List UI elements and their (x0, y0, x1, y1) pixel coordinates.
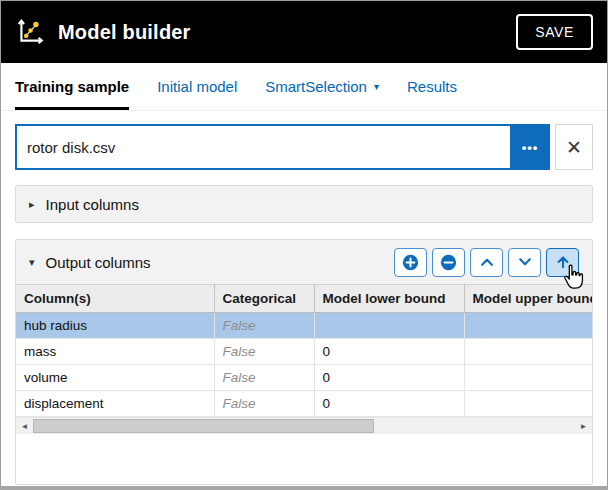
ellipsis-icon: ••• (522, 140, 539, 155)
cell-column-name[interactable]: volume (16, 365, 214, 391)
model-builder-window: Model builder SAVE Training sample Initi… (0, 0, 608, 490)
dropdown-caret-icon[interactable]: ▾ (374, 81, 379, 92)
cell-categorical[interactable]: False (214, 391, 314, 417)
scroll-right-icon[interactable]: ► (575, 418, 592, 434)
tab-bar: Training sample Initial model SmartSelec… (1, 63, 607, 111)
save-button[interactable]: SAVE (516, 14, 593, 50)
cell-categorical[interactable]: False (214, 313, 314, 339)
plus-icon (402, 254, 419, 271)
cell-upper-bound[interactable] (464, 339, 592, 365)
output-columns-label: Output columns (46, 254, 151, 271)
minus-icon (440, 254, 457, 271)
column-header-categorical: Categorical (214, 285, 314, 313)
tab-smartselection-label: SmartSelection (265, 78, 367, 95)
cell-upper-bound[interactable] (464, 313, 592, 339)
tab-initial-model[interactable]: Initial model (157, 63, 237, 110)
tab-training-sample[interactable]: Training sample (15, 63, 129, 110)
titlebar: Model builder SAVE (1, 1, 607, 63)
cell-upper-bound[interactable] (464, 391, 592, 417)
collapsed-arrow-icon: ▸ (29, 198, 35, 211)
scroll-left-icon[interactable]: ◄ (16, 418, 33, 434)
output-columns-table: Column(s) Categorical Model lower bound … (16, 284, 592, 417)
move-to-top-button[interactable] (546, 248, 579, 277)
table-row[interactable]: hub radius False (16, 313, 592, 339)
output-columns-toolbar (394, 248, 579, 277)
output-columns-panel: ▾ Output columns (15, 239, 593, 485)
tab-results[interactable]: Results (407, 63, 457, 110)
column-header-lower-bound: Model lower bound (314, 285, 464, 313)
close-icon: ✕ (566, 137, 582, 158)
cell-categorical[interactable]: False (214, 339, 314, 365)
clear-file-button[interactable]: ✕ (555, 124, 593, 170)
tab-smartselection[interactable]: SmartSelection ▾ (265, 63, 379, 110)
app-logo-icon (15, 17, 45, 47)
input-columns-label: Input columns (46, 196, 139, 213)
app-title: Model builder (58, 21, 191, 44)
table-header-row: Column(s) Categorical Model lower bound … (16, 285, 592, 313)
horizontal-scrollbar[interactable]: ◄ ► (16, 417, 592, 434)
arrow-up-icon (555, 254, 571, 270)
file-row: ••• ✕ (1, 111, 607, 181)
panel-bottom-space (16, 434, 592, 484)
table-row[interactable]: volume False 0 (16, 365, 592, 391)
add-column-button[interactable] (394, 248, 427, 277)
chevron-down-icon (517, 254, 533, 270)
move-down-button[interactable] (508, 248, 541, 277)
column-header-columns: Column(s) (16, 285, 214, 313)
output-columns-table-viewport: Column(s) Categorical Model lower bound … (16, 284, 592, 417)
cell-lower-bound[interactable]: 0 (314, 391, 464, 417)
cell-categorical[interactable]: False (214, 365, 314, 391)
cell-column-name[interactable]: displacement (16, 391, 214, 417)
move-up-button[interactable] (470, 248, 503, 277)
expanded-arrow-icon: ▾ (29, 256, 35, 269)
cell-lower-bound[interactable]: 0 (314, 365, 464, 391)
table-row[interactable]: mass False 0 (16, 339, 592, 365)
cell-column-name[interactable]: mass (16, 339, 214, 365)
output-columns-toggle[interactable]: ▾ Output columns (29, 254, 151, 271)
training-file-input[interactable] (15, 124, 510, 170)
cell-column-name[interactable]: hub radius (16, 313, 214, 339)
input-columns-panel[interactable]: ▸ Input columns (15, 185, 593, 223)
chevron-up-icon (479, 254, 495, 270)
browse-button[interactable]: ••• (510, 124, 550, 170)
cell-lower-bound[interactable] (314, 313, 464, 339)
scrollbar-track[interactable] (33, 418, 575, 434)
scrollbar-thumb[interactable] (33, 419, 374, 433)
output-columns-header: ▾ Output columns (16, 240, 592, 284)
remove-column-button[interactable] (432, 248, 465, 277)
cell-upper-bound[interactable] (464, 365, 592, 391)
table-row[interactable]: displacement False 0 (16, 391, 592, 417)
cell-lower-bound[interactable]: 0 (314, 339, 464, 365)
column-header-upper-bound: Model upper bound (464, 285, 592, 313)
